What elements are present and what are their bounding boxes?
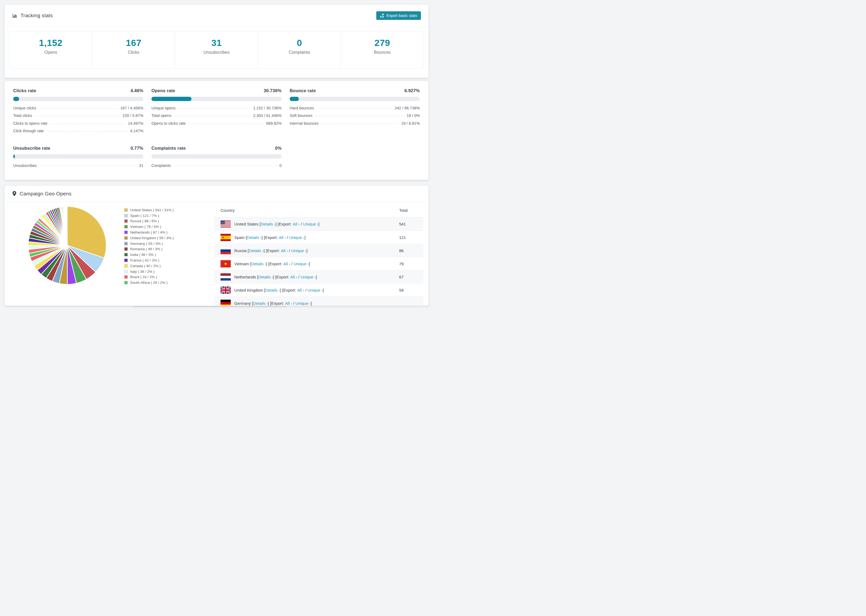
rate-block-complaints-rate: Complaints rate 0% Complaints 0 (151, 146, 282, 170)
rate-detail-row: Internal bounces 19 / 6.81% (290, 119, 420, 127)
legend-item-vietnam[interactable]: Vietnam ( 79 / 5% ) (124, 224, 174, 229)
country-name: Germany (234, 301, 251, 306)
export-unique-link[interactable]: Unique › (291, 248, 307, 253)
legend-item-india[interactable]: India ( 46 / 3% ) (124, 252, 174, 258)
legend-swatch (124, 225, 128, 228)
export-label: Export: (279, 222, 292, 226)
detail-label: Unsubscribes (13, 164, 37, 168)
detail-label: Complaints (151, 164, 171, 168)
geo-table-row-germany: Germany [Details ›] [Export: All › / Uni… (214, 297, 423, 306)
tracking-stats-title: Tracking stats (12, 13, 53, 19)
export-basic-stats-button[interactable]: Export basic stats (376, 11, 421, 20)
rate-detail-row: Hard bounces 242 / 86.738% (290, 104, 420, 112)
legend-item-france[interactable]: France ( 42 / 2% ) (124, 258, 174, 263)
rate-block-bounce-rate: Bounce rate 6.927% Hard bounces 242 / 86… (290, 88, 420, 135)
geo-title-text: Campaign Geo Opens (20, 191, 72, 197)
details-link[interactable]: Details › (251, 261, 266, 266)
dotted-leader (50, 124, 125, 124)
detail-value: 689.82% (266, 121, 282, 126)
legend-item-russia[interactable]: Russia ( 86 / 5% ) (124, 218, 174, 224)
details-link[interactable]: Details › (247, 235, 262, 240)
details-link[interactable]: Details › (258, 275, 273, 279)
tracking-stats-card: Tracking stats Export basic stats 1,152 … (4, 4, 429, 78)
rate-detail-row: Complaints 0 (151, 162, 282, 170)
progress-bar-fill (13, 154, 15, 159)
export-unique-link[interactable]: Unique › (308, 288, 323, 292)
legend-swatch (124, 253, 128, 256)
stat-value: 31 (175, 37, 258, 48)
export-label: Export: (277, 275, 290, 279)
geo-table-row-netherlands: Netherlands [Details ›] [Export: All › /… (214, 270, 423, 283)
legend-item-romania[interactable]: Romania ( 49 / 3% ) (124, 247, 174, 252)
rate-value: 4.46% (131, 88, 143, 93)
details-link[interactable]: Details › (265, 288, 280, 292)
export-unique-link[interactable]: Unique › (295, 301, 311, 306)
export-unique-link[interactable]: Unique › (289, 235, 304, 240)
export-all-link[interactable]: All › (297, 288, 304, 292)
legend-swatch (124, 219, 128, 223)
detail-value: 31 (139, 164, 143, 168)
detail-value: 2,303 / 61.446% (253, 114, 282, 118)
rate-block-opens-rate: Opens rate 30.736% Unique opens 1,152 / … (151, 88, 282, 135)
rate-head: Clicks rate 4.46% (13, 88, 143, 93)
export-all-link[interactable]: All › (293, 222, 299, 226)
column-total: Total (399, 208, 423, 212)
legend-item-united-states[interactable]: United States ( 541 / 31% ) (124, 207, 174, 213)
rate-value: 0.77% (131, 146, 143, 151)
export-all-link[interactable]: All › (281, 248, 288, 253)
legend-item-canada[interactable]: Canada ( 40 / 2% ) (124, 263, 174, 269)
total-cell: 121 (399, 235, 423, 240)
rate-detail-row: Total clicks 220 / 5.87% (13, 112, 143, 120)
legend-label: India ( 46 / 3% ) (130, 253, 156, 257)
legend-swatch (124, 247, 128, 251)
rate-detail-row: Clicks to opens rate 14.497% (13, 119, 143, 127)
legend-label: France ( 42 / 2% ) (130, 258, 159, 262)
legend-item-united-kingdom[interactable]: United Kingdom ( 59 / 3% ) (124, 235, 174, 241)
detail-value: 0 (279, 164, 282, 168)
stat-label: Complaints (258, 50, 341, 55)
rate-detail-row: Unsubscribes 31 (13, 162, 143, 170)
page: Tracking stats Export basic stats 1,152 … (0, 0, 433, 308)
export-unique-link[interactable]: Unique › (294, 261, 309, 266)
progress-bar (151, 154, 282, 159)
progress-bar-fill (151, 97, 192, 101)
export-unique-link[interactable]: Unique › (303, 222, 318, 226)
total-cell: 79 (399, 261, 423, 266)
dotted-leader (35, 116, 120, 116)
column-country: Country (214, 208, 399, 212)
export-all-link[interactable]: All › (283, 261, 290, 266)
legend-item-brazil[interactable]: Brazil ( 33 / 2% ) (124, 274, 174, 280)
details-link[interactable]: Details › (261, 222, 276, 226)
detail-label: Hard bounces (290, 106, 314, 110)
details-link[interactable]: Details › (249, 248, 264, 253)
export-all-link[interactable]: All › (285, 301, 292, 306)
pie-slice-other[interactable] (67, 206, 67, 245)
rate-detail-row: Unique clicks 167 / 4.456% (13, 104, 143, 112)
export-all-link[interactable]: All › (279, 235, 286, 240)
stat-box-bounces: 279 Bounces (341, 31, 424, 68)
legend-label: Germany ( 55 / 3% ) (130, 242, 163, 246)
export-unique-link[interactable]: Unique › (301, 275, 316, 279)
details-link[interactable]: Details › (253, 301, 268, 306)
dotted-leader (173, 166, 277, 166)
geo-header: Campaign Geo Opens (5, 186, 428, 202)
legend-item-germany[interactable]: Germany ( 55 / 3% ) (124, 241, 174, 247)
legend-label: Italy ( 36 / 2% ) (130, 270, 155, 273)
rate-detail-row: Soft bounces 18 / 0% (290, 112, 420, 120)
legend-item-spain[interactable]: Spain ( 121 / 7% ) (124, 213, 174, 218)
stat-label: Bounces (341, 50, 424, 55)
geo-table: Country Total United States [Details ›] … (214, 203, 423, 306)
es-flag-icon (220, 234, 231, 241)
map-pin-icon (12, 191, 17, 196)
legend-item-south-africa[interactable]: South Africa ( 29 / 2% ) (124, 280, 174, 285)
tracking-stats-header: Tracking stats Export basic stats (5, 5, 428, 27)
legend-swatch (124, 242, 128, 245)
progress-bar (151, 97, 282, 101)
rate-value: 0% (275, 146, 282, 151)
legend-item-italy[interactable]: Italy ( 36 / 2% ) (124, 269, 174, 274)
export-label: Export: (271, 301, 284, 306)
legend-item-netherlands[interactable]: Netherlands ( 67 / 4% ) (124, 229, 174, 235)
geo-table-header: Country Total (214, 203, 423, 217)
horizontal-scrollbar[interactable] (133, 306, 287, 308)
export-all-link[interactable]: All › (290, 275, 297, 279)
